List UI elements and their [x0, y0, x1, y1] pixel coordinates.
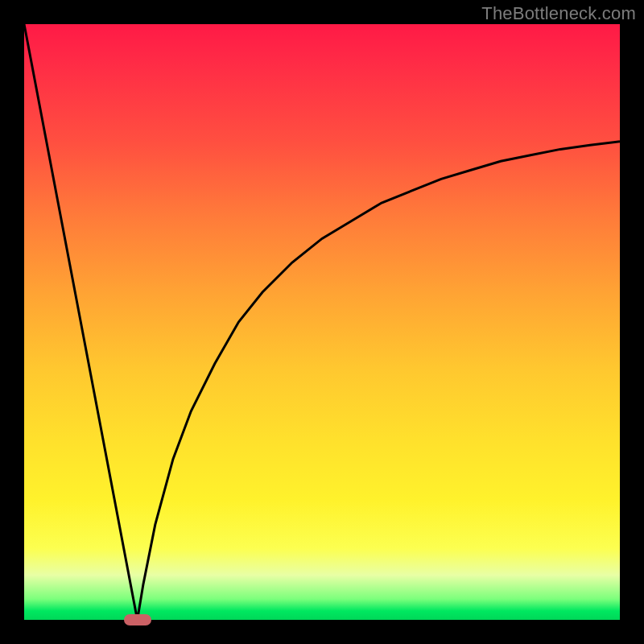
- watermark-text: TheBottleneck.com: [481, 3, 636, 24]
- bottleneck-curve: [24, 24, 620, 620]
- chart-stage: TheBottleneck.com: [0, 0, 644, 644]
- curve-svg: [24, 24, 620, 620]
- plot-area: [24, 24, 620, 620]
- minimum-marker: [124, 614, 151, 625]
